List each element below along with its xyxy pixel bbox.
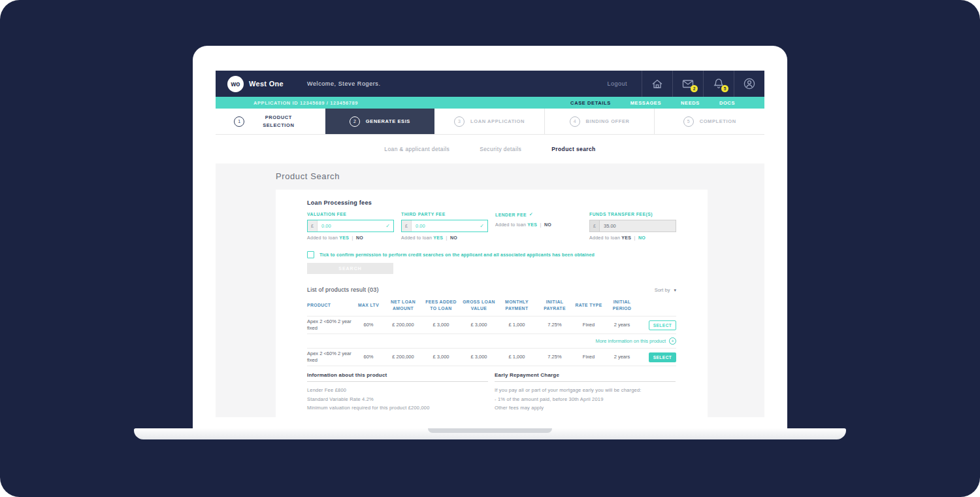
third-party-fee-input[interactable]: £ 0.00 ✓ (401, 220, 488, 232)
lender-fee-group: LENDER FEE ✓ Added to loan YES | NO (495, 212, 582, 240)
cell-payrate: 7.25% (536, 322, 574, 328)
tab-security-details[interactable]: Security details (480, 146, 521, 152)
added-to-loan-label: Added to loan (495, 222, 526, 227)
expand-plus-icon: + (669, 337, 676, 345)
valuation-added-no[interactable]: NO (356, 235, 363, 240)
step-label: GENERATE ESIS (366, 118, 410, 125)
col-rate-type: RATE TYPE (574, 302, 604, 309)
tab-loan-applicant-details[interactable]: Loan & applicant details (384, 146, 449, 152)
step-generate-esis[interactable]: 2 GENERATE ESIS (325, 109, 435, 134)
logo-mark: wo (227, 76, 244, 92)
lender-added-no[interactable]: NO (544, 222, 551, 227)
yes-no-separator: | (540, 222, 542, 227)
tab-product-search[interactable]: Product search (551, 146, 595, 152)
cell-net-loan: £ 200,000 (384, 322, 422, 328)
laptop-base (134, 428, 846, 439)
tab-needs[interactable]: NEEDS (681, 100, 700, 106)
valuation-added-to-loan: Added to loan YES | NO (307, 235, 394, 240)
more-info-label: More information on this product (595, 338, 666, 344)
valuation-added-yes[interactable]: YES (339, 235, 349, 240)
chevron-down-icon: ▾ (674, 288, 676, 292)
tab-messages[interactable]: MESSAGES (630, 100, 661, 106)
repayment-charge-line: Mortgage Exit Fee £90 (495, 416, 676, 417)
repayment-charge-line: If you pay all or part of your mortgage … (495, 386, 676, 395)
logout-link[interactable]: Logout (593, 80, 642, 87)
third-party-fee-value[interactable]: 0.00 (412, 223, 480, 229)
yes-no-separator: | (634, 235, 636, 240)
notifications-button[interactable]: 5 (703, 71, 734, 97)
funds-transfer-fee-value: 35.00 (600, 223, 676, 229)
step-completion[interactable]: 5 COMPLETION (654, 109, 764, 134)
cell-gross-value: £ 3,000 (460, 322, 498, 328)
sort-by-dropdown[interactable]: Sort by ▾ (655, 287, 676, 293)
lender-fee-label: LENDER FEE ✓ (495, 212, 582, 217)
cell-payrate: 7.25% (536, 354, 574, 360)
more-info-link[interactable]: More information on this product + (307, 334, 676, 349)
laptop-notch (428, 428, 552, 433)
tab-case-details[interactable]: CASE DETAILS (570, 100, 611, 106)
tab-docs[interactable]: DOCS (719, 100, 735, 106)
repayment-charge-line: - 1% of the amount paid, before 30th Apr… (495, 395, 676, 404)
cell-product: Apex 2 <60% 2 year fixed (307, 318, 353, 332)
step-wizard: 1 PRODUCT SELECTION 2 GENERATE ESIS 3 LO… (216, 109, 764, 135)
select-button[interactable]: SELECT (649, 352, 676, 362)
cell-rate-type: Fixed (574, 354, 604, 360)
search-button[interactable]: SEARCH (307, 263, 393, 274)
home-icon (651, 77, 664, 90)
step-label: PRODUCT SELECTION (250, 114, 306, 129)
cell-rate-type: Fixed (574, 322, 604, 328)
col-period: INITIAL PERIOD (604, 299, 640, 312)
step-label: COMPLETION (700, 118, 736, 125)
lender-added-yes[interactable]: YES (527, 222, 537, 227)
col-payrate: INITIAL PAYRATE (536, 299, 574, 312)
product-details-panel: Information about this product Lender Fe… (307, 372, 676, 417)
lender-fee-label-text: LENDER FEE (495, 213, 527, 217)
section-tabs: Loan & applicant details Security detail… (216, 135, 764, 163)
funds-transfer-added-yes[interactable]: YES (621, 235, 631, 240)
logo-text: West One (249, 80, 284, 88)
check-icon: ✓ (385, 223, 393, 229)
step-number: 3 (454, 116, 465, 127)
valuation-fee-label: VALUATION FEE (307, 212, 394, 216)
repayment-charge-column: Early Repayment Charge If you pay all or… (495, 372, 676, 417)
product-info-line: Standard Variable Rate 4.2% (307, 395, 488, 404)
cell-fees-added: £ 3,000 (422, 322, 460, 328)
messages-badge: 2 (691, 85, 698, 92)
cell-period: 2 years (604, 354, 640, 360)
third-party-fee-group: THIRD PARTY FEE £ 0.00 ✓ Added to loan Y… (401, 212, 488, 240)
col-monthly: MONTHLY PAYMENT (498, 299, 536, 312)
table-row: Apex 2 <60% 2 year fixed 60% £ 200,000 £… (307, 349, 676, 366)
cell-max-ltv: 60% (353, 354, 384, 360)
step-number: 5 (683, 116, 694, 127)
col-product: PRODUCT (307, 302, 353, 309)
step-binding-offer[interactable]: 4 BINDING OFFER (544, 109, 655, 134)
third-party-added-yes[interactable]: YES (433, 235, 443, 240)
laptop-screen: wo West One Welcome, Steve Rogers. Logou… (193, 46, 787, 433)
funds-transfer-fee-input: £ 35.00 (589, 220, 676, 232)
third-party-added-to-loan: Added to loan YES | NO (401, 235, 488, 240)
step-loan-application[interactable]: 3 LOAN APPLICATION (434, 109, 544, 134)
cell-gross-value: £ 3,000 (460, 354, 498, 360)
cell-max-ltv: 60% (353, 322, 384, 328)
currency-prefix: £ (590, 220, 600, 231)
main-content: Product Search Loan Processing fees VALU… (216, 163, 764, 417)
step-product-selection[interactable]: 1 PRODUCT SELECTION (216, 109, 325, 134)
home-button[interactable] (642, 71, 672, 97)
step-label: LOAN APPLICATION (470, 118, 525, 125)
funds-transfer-added-no[interactable]: NO (638, 235, 645, 240)
valuation-fee-input[interactable]: £ 0.00 ✓ (307, 220, 394, 232)
valuation-fee-value[interactable]: 0.00 (318, 223, 385, 229)
profile-button[interactable] (734, 71, 764, 97)
welcome-text: Welcome, Steve Rogers. (307, 80, 381, 87)
select-button[interactable]: SELECT (649, 320, 676, 330)
product-info-line: Lump sum payment of a minimum of £5,000 … (307, 416, 488, 417)
page-title: Product Search (276, 171, 340, 181)
product-search-card: Loan Processing fees VALUATION FEE £ 0.0… (276, 190, 708, 417)
cell-net-loan: £ 200,000 (384, 354, 422, 360)
third-party-added-no[interactable]: NO (450, 235, 457, 240)
step-number: 2 (350, 116, 360, 127)
added-to-loan-label: Added to loan (401, 235, 432, 240)
messages-button[interactable]: 2 (672, 71, 703, 97)
consent-checkbox[interactable] (307, 251, 314, 258)
user-icon (743, 77, 756, 90)
